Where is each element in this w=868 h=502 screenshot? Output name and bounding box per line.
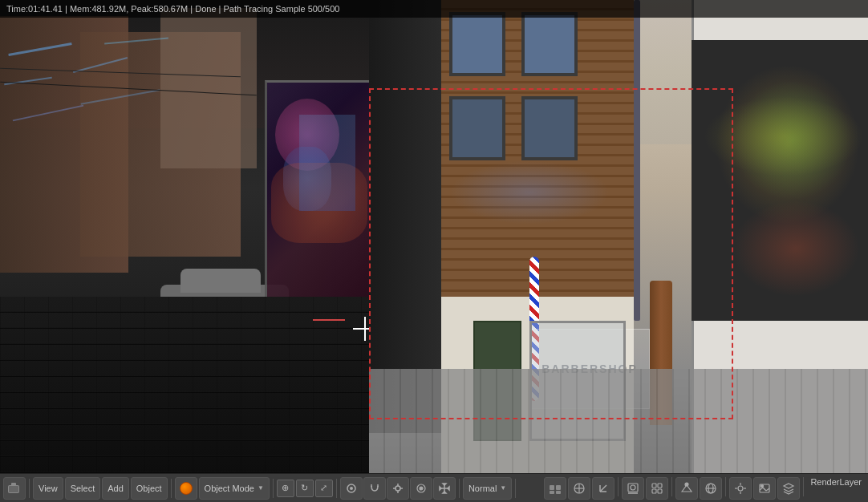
svg-marker-16 xyxy=(440,487,441,490)
normal-label: Normal xyxy=(468,484,497,493)
building-far xyxy=(160,8,257,168)
compositing-btn[interactable] xyxy=(646,477,668,500)
view-label: View xyxy=(39,484,58,493)
sep-8 xyxy=(671,477,672,496)
add-label: Add xyxy=(107,484,124,493)
svg-rect-21 xyxy=(556,485,561,490)
scale-icon[interactable]: ⤢ xyxy=(315,480,333,497)
select-label: Select xyxy=(71,484,95,493)
viewport-cursor xyxy=(353,317,369,341)
select-menu-btn[interactable]: Select xyxy=(65,477,101,500)
sep-3 xyxy=(273,479,274,498)
snap-tools-group xyxy=(340,477,456,500)
sep-7 xyxy=(618,477,619,496)
viewport[interactable]: Time:01:41.41 | Mem:481.92M, Peak:580.67… xyxy=(0,0,868,473)
drainpipe xyxy=(634,0,640,321)
sphere-visual xyxy=(180,482,193,495)
svg-point-13 xyxy=(420,487,423,490)
object-mode-label: Object Mode xyxy=(205,484,254,493)
window-1 xyxy=(449,12,505,76)
window-4 xyxy=(521,96,578,160)
camera-icon-btn[interactable] xyxy=(3,477,26,500)
sep-6 xyxy=(515,479,516,498)
svg-point-31 xyxy=(631,485,635,490)
graffiti-mural xyxy=(265,80,369,305)
svg-marker-17 xyxy=(448,487,449,490)
svg-point-50 xyxy=(761,484,764,487)
render-layer-text-span: RenderLayer xyxy=(810,477,862,487)
add-menu-btn[interactable]: Add xyxy=(102,477,129,500)
magnet-btn[interactable] xyxy=(363,477,386,500)
normal-dropdown[interactable]: Normal ▼ xyxy=(463,477,512,500)
dropdown-arrow-mode: ▼ xyxy=(258,484,264,492)
right-toolbar-icons: RenderLayer xyxy=(544,477,865,500)
rendered-cobblestone xyxy=(369,369,868,473)
view-menu-btn[interactable]: View xyxy=(33,477,63,500)
layers-btn[interactable] xyxy=(777,477,800,500)
svg-point-41 xyxy=(738,486,743,491)
window-2 xyxy=(521,12,578,76)
right-viewport[interactable]: BARBERSHOP xyxy=(369,0,868,473)
snap-btn[interactable] xyxy=(340,477,363,500)
viewport-shading-btn[interactable] xyxy=(544,477,566,500)
proportional-btn[interactable] xyxy=(410,477,432,500)
left-scene-bg xyxy=(0,0,369,473)
object-label: Object xyxy=(136,484,162,493)
svg-rect-35 xyxy=(652,489,656,493)
graffiti-color-4 xyxy=(732,200,860,297)
sep-10 xyxy=(803,477,804,496)
sep-2 xyxy=(171,479,172,498)
gizmo-btn[interactable] xyxy=(592,477,614,500)
ground-left xyxy=(0,297,369,473)
left-dark-building xyxy=(369,0,441,433)
graffiti-color-3 xyxy=(704,96,864,176)
grab-icon[interactable]: ⊕ xyxy=(277,480,294,497)
svg-rect-23 xyxy=(556,491,561,494)
sep-4 xyxy=(336,479,337,498)
svg-marker-19 xyxy=(443,492,446,493)
svg-rect-22 xyxy=(550,491,554,494)
sphere-mode-icon[interactable] xyxy=(175,477,197,500)
render-layer-label: RenderLayer xyxy=(807,477,865,500)
sep-9 xyxy=(725,477,726,496)
rotate-icon[interactable]: ↻ xyxy=(296,480,314,497)
image-icon-btn[interactable] xyxy=(753,477,776,500)
scene-btn[interactable] xyxy=(675,477,698,500)
toolbar: View Select Add Object Object Mode ▼ ⊕ ↻… xyxy=(0,473,868,502)
object-menu-btn[interactable]: Object xyxy=(131,477,168,500)
svg-point-37 xyxy=(685,483,688,486)
brick-graffiti xyxy=(449,160,610,225)
object-mode-dropdown[interactable]: Object Mode ▼ xyxy=(199,477,270,500)
transform-btn[interactable] xyxy=(433,477,456,500)
world-btn[interactable] xyxy=(700,477,722,500)
left-viewport[interactable] xyxy=(0,0,369,473)
transform-icons-group: ⊕ ↻ ⤢ xyxy=(277,480,333,497)
svg-rect-33 xyxy=(652,484,656,488)
status-bar: Time:01:41.41 | Mem:481.92M, Peak:580.67… xyxy=(0,0,868,18)
render-btn[interactable] xyxy=(622,477,644,500)
svg-line-48 xyxy=(763,488,766,491)
dropdown-arrow-normal: ▼ xyxy=(500,484,506,492)
mural-element-4 xyxy=(299,115,355,211)
svg-rect-2 xyxy=(9,486,18,492)
properties-btn[interactable] xyxy=(729,477,752,500)
svg-rect-34 xyxy=(658,484,662,488)
transform-arrow xyxy=(313,319,345,321)
svg-marker-18 xyxy=(443,484,446,485)
svg-rect-1 xyxy=(11,483,16,486)
svg-rect-20 xyxy=(550,485,554,490)
svg-line-27 xyxy=(600,485,606,492)
svg-rect-36 xyxy=(658,489,662,493)
origin-btn[interactable] xyxy=(387,477,409,500)
svg-point-4 xyxy=(350,487,353,490)
sep-5 xyxy=(459,479,460,498)
sep-1 xyxy=(29,479,30,498)
window-3 xyxy=(449,96,505,160)
svg-marker-51 xyxy=(784,484,793,488)
render-scene: BARBERSHOP xyxy=(369,0,868,473)
render-stats-text: Time:01:41.41 | Mem:481.92M, Peak:580.67… xyxy=(6,4,339,14)
svg-point-7 xyxy=(395,486,400,491)
overlay-btn[interactable] xyxy=(568,477,590,500)
